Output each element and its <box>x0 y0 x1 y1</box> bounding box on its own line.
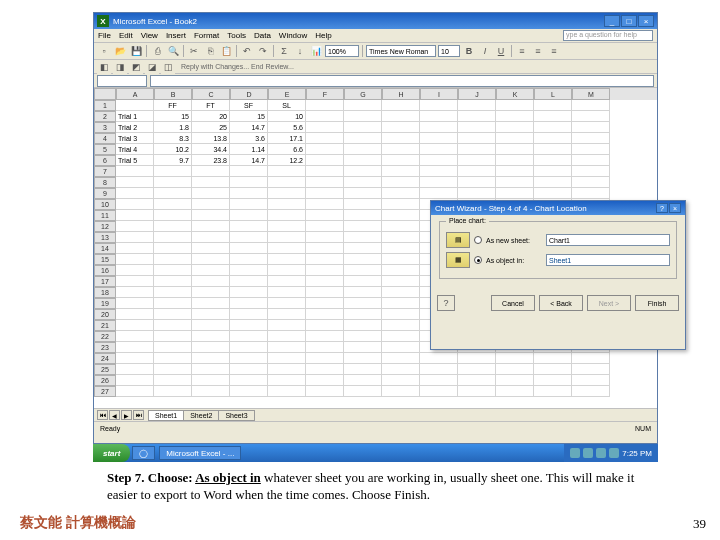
help-search[interactable]: ype a question for help <box>563 30 653 41</box>
cell[interactable] <box>534 364 572 375</box>
cell[interactable] <box>306 386 344 397</box>
cell[interactable] <box>268 210 306 221</box>
cell[interactable] <box>496 375 534 386</box>
cell[interactable] <box>116 199 154 210</box>
col-header[interactable]: B <box>154 88 192 100</box>
row-header[interactable]: 17 <box>94 276 116 287</box>
cell[interactable] <box>230 232 268 243</box>
cell[interactable] <box>344 276 382 287</box>
cell[interactable] <box>116 331 154 342</box>
cell[interactable] <box>116 375 154 386</box>
cell[interactable] <box>458 133 496 144</box>
cell[interactable] <box>268 221 306 232</box>
formula-input[interactable] <box>150 75 654 87</box>
row-header[interactable]: 12 <box>94 221 116 232</box>
row-header[interactable]: 27 <box>94 386 116 397</box>
cell[interactable]: 6.6 <box>268 144 306 155</box>
cell[interactable] <box>344 265 382 276</box>
cell[interactable] <box>344 243 382 254</box>
cell[interactable] <box>230 287 268 298</box>
cell[interactable] <box>154 298 192 309</box>
cell[interactable] <box>382 221 420 232</box>
row-header[interactable]: 13 <box>94 232 116 243</box>
menu-edit[interactable]: Edit <box>119 31 133 40</box>
cell[interactable] <box>306 144 344 155</box>
cell[interactable] <box>192 254 230 265</box>
cell[interactable] <box>268 232 306 243</box>
row-header[interactable]: 25 <box>94 364 116 375</box>
undo-icon[interactable]: ↶ <box>240 44 254 58</box>
cell[interactable] <box>382 298 420 309</box>
quick-launch-icon[interactable]: ◯ <box>132 446 155 460</box>
cell[interactable] <box>192 353 230 364</box>
cell[interactable] <box>306 100 344 111</box>
cell[interactable] <box>458 188 496 199</box>
menu-tools[interactable]: Tools <box>227 31 246 40</box>
cell[interactable] <box>192 276 230 287</box>
cell[interactable] <box>534 100 572 111</box>
cell[interactable] <box>572 133 610 144</box>
cell[interactable]: 15 <box>230 111 268 122</box>
cell[interactable]: 3.6 <box>230 133 268 144</box>
cell[interactable]: 8.3 <box>154 133 192 144</box>
col-header[interactable]: A <box>116 88 154 100</box>
cell[interactable] <box>230 177 268 188</box>
menu-window[interactable]: Window <box>279 31 307 40</box>
cell[interactable] <box>230 276 268 287</box>
row-header[interactable]: 1 <box>94 100 116 111</box>
cell[interactable]: Trial 5 <box>116 155 154 166</box>
cell[interactable] <box>306 177 344 188</box>
font-size-select[interactable]: 10 <box>438 45 460 57</box>
cell[interactable] <box>116 188 154 199</box>
cell[interactable] <box>458 353 496 364</box>
cell[interactable] <box>572 122 610 133</box>
cell[interactable] <box>382 122 420 133</box>
cell[interactable] <box>344 100 382 111</box>
cell[interactable] <box>344 331 382 342</box>
row-header[interactable]: 24 <box>94 353 116 364</box>
cell[interactable] <box>534 155 572 166</box>
cell[interactable] <box>534 133 572 144</box>
cell[interactable] <box>382 309 420 320</box>
cell[interactable] <box>572 375 610 386</box>
cell[interactable] <box>306 199 344 210</box>
row-header[interactable]: 4 <box>94 133 116 144</box>
cell[interactable] <box>154 166 192 177</box>
cell[interactable] <box>496 353 534 364</box>
italic-icon[interactable]: I <box>478 44 492 58</box>
cell[interactable] <box>230 265 268 276</box>
cell[interactable] <box>344 166 382 177</box>
cell[interactable] <box>458 155 496 166</box>
cell[interactable] <box>192 232 230 243</box>
cell[interactable] <box>306 232 344 243</box>
cell[interactable] <box>344 133 382 144</box>
tray-icon[interactable] <box>609 448 619 458</box>
close-button[interactable]: × <box>638 15 654 27</box>
cell[interactable] <box>230 298 268 309</box>
cell[interactable] <box>192 177 230 188</box>
menu-view[interactable]: View <box>141 31 158 40</box>
cell[interactable]: 10.2 <box>154 144 192 155</box>
menu-insert[interactable]: Insert <box>166 31 186 40</box>
cell[interactable] <box>116 166 154 177</box>
cell[interactable] <box>496 177 534 188</box>
cell[interactable]: FF <box>154 100 192 111</box>
cell[interactable] <box>306 342 344 353</box>
cell[interactable] <box>192 342 230 353</box>
col-header[interactable]: C <box>192 88 230 100</box>
cell[interactable] <box>192 287 230 298</box>
cell[interactable] <box>458 100 496 111</box>
cell[interactable]: 25 <box>192 122 230 133</box>
sheet-tab-3[interactable]: Sheet3 <box>218 410 254 421</box>
font-select[interactable]: Times New Roman <box>366 45 436 57</box>
cell[interactable] <box>344 210 382 221</box>
cell[interactable] <box>230 386 268 397</box>
cell[interactable] <box>344 342 382 353</box>
cell[interactable] <box>458 111 496 122</box>
sum-icon[interactable]: Σ <box>277 44 291 58</box>
cell[interactable] <box>344 177 382 188</box>
cell[interactable] <box>496 188 534 199</box>
cell[interactable] <box>230 199 268 210</box>
cell[interactable] <box>154 265 192 276</box>
row-header[interactable]: 20 <box>94 309 116 320</box>
